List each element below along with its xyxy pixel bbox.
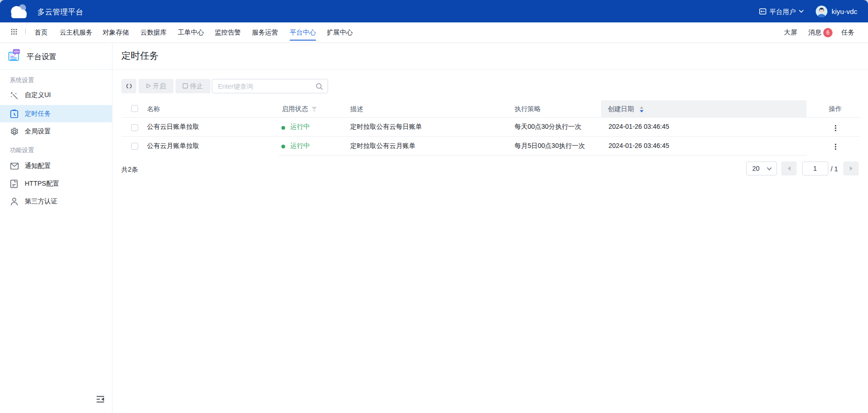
svg-text:</>: </>: [14, 49, 20, 54]
